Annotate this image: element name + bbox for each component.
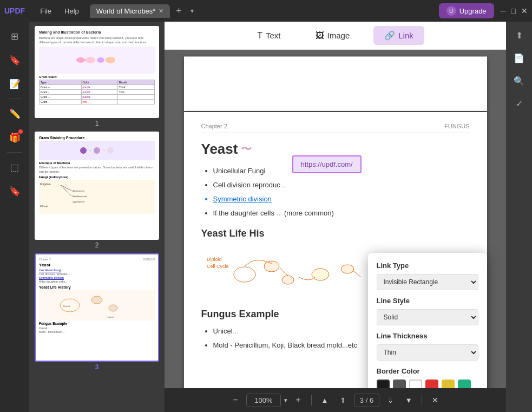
thumbnail-2-num: 2 [95,241,99,249]
color-swatches [377,380,478,388]
sidebar-layers-icon[interactable]: ⬚ [4,157,25,178]
pdf-page-2 [184,57,487,111]
link-type-title: Link Type [377,261,478,270]
text-tool-label: Text [266,31,281,40]
thumbnail-3-num: 3 [95,363,99,371]
menu-help[interactable]: Help [58,5,86,17]
navigate-up-button[interactable]: ▲ [317,393,332,408]
svg-text:Haploid: Haploid [107,316,114,318]
svg-point-13 [91,296,102,304]
navigate-down-button[interactable]: ▼ [401,393,416,408]
svg-point-23 [264,261,279,272]
chapter-header: Chapter 2 FUNGUS [201,123,470,133]
link-tool-icon: 🔗 [384,30,395,41]
menu-file[interactable]: File [34,5,58,17]
svg-point-1 [86,57,95,63]
zoom-dropdown-icon[interactable]: ▾ [284,397,287,404]
svg-text:Basidiomycota: Basidiomycota [73,195,87,198]
svg-point-25 [312,269,329,280]
pdf-scroll-area[interactable]: 2 Chapter 2 FUNGUS Yeast [165,50,506,388]
right-pdf-icon[interactable]: 📄 [510,49,528,67]
page-2-ruler [201,66,470,76]
link-tool-button[interactable]: 🔗 Link [373,26,424,45]
pdf-page-3: Chapter 2 FUNGUS Yeast 〜 https://updf.co… [184,112,487,388]
image-tool-icon: 🖼 [316,31,324,41]
color-swatch-yellow[interactable] [442,380,455,388]
app-logo: UPDF [4,6,25,15]
thumbnail-3[interactable]: Chapter 2FUNGUS Yeast Unicellular Fungi … [34,253,160,371]
zoom-value: 100% [254,396,272,404]
svg-line-6 [61,185,71,191]
minimize-icon[interactable]: ─ [501,6,506,15]
color-swatch-black-selected[interactable] [377,380,390,388]
pdf-toolbar: T Text 🖼 Image 🔗 Link [165,22,506,50]
link-tool-label: Link [398,31,413,40]
line-thickness-select[interactable]: Thin Medium Thick [377,344,478,361]
thumbnail-sidebar: Making and Illustration of Bacteria Bact… [29,22,165,412]
color-swatch-teal[interactable] [458,380,471,388]
link-type-select[interactable]: Invisible Rectangle Visible Rectangle [377,274,478,290]
tab-dropdown-icon[interactable]: ▾ [191,7,194,15]
svg-point-14 [109,305,117,311]
zoom-in-button[interactable]: + [291,393,306,408]
link-overlay-box[interactable]: https://updf.com/ [292,155,362,173]
svg-point-26 [341,265,354,273]
svg-point-3 [106,57,115,63]
color-swatch-white[interactable] [409,380,422,388]
svg-text:D.Fungi: D.Fungi [40,205,48,207]
maximize-icon[interactable]: □ [511,6,516,15]
close-toolbar-button[interactable]: ✕ [428,393,443,408]
svg-text:Zygomycota: Zygomycota [73,200,85,203]
svg-point-22 [234,267,255,282]
yeast-history-title: Yeast Life His [201,228,470,239]
right-upload-icon[interactable]: ⬆ [510,26,528,44]
line-style-title: Line Style [377,297,478,305]
svg-text:Ascomycota: Ascomycota [73,189,85,192]
add-tab-button[interactable]: + [171,3,186,18]
sidebar-pages-icon[interactable]: ⊞ [4,26,25,47]
svg-point-24 [282,276,294,284]
svg-text:Diploid: Diploid [207,257,222,262]
navigate-bottom-button[interactable]: ⇓ [383,393,398,408]
upgrade-button[interactable]: U Upgrade [439,3,494,18]
zoom-display[interactable]: 100% [246,394,281,407]
zoom-out-button[interactable]: − [228,393,243,408]
chapter-label: Chapter 2 [201,123,227,129]
tab-title: World of Microbes* [96,7,156,15]
active-tab[interactable]: World of Microbes* ✕ [90,4,170,18]
upgrade-label: Upgrade [459,7,487,15]
sidebar-bookmark-icon[interactable]: 🔖 [4,50,25,70]
text-tool-button[interactable]: T Text [246,27,291,45]
right-panel: ⬆ 📄 🔍 ✓ [506,22,532,412]
tab-close-icon[interactable]: ✕ [159,8,163,15]
border-color-title: Border Color [377,367,478,375]
line-style-select[interactable]: Solid Dashed [377,309,478,325]
svg-point-2 [97,57,104,63]
image-tool-button[interactable]: 🖼 Image [305,27,361,45]
color-swatch-darkgray[interactable] [393,380,406,388]
sidebar-pen-icon[interactable]: ✏️ [4,103,25,124]
text-tool-icon: T [257,31,262,41]
sidebar-gift-icon[interactable]: 🎁 [4,127,25,148]
image-tool-label: Image [327,31,350,40]
left-sidebar: ⊞ 🔖 📝 ✏️ 🎁 ⬚ 🔖 [0,22,29,412]
close-icon[interactable]: ✕ [521,6,528,15]
svg-text:Diploid: Diploid [63,305,70,308]
sidebar-annotation-icon[interactable]: 📝 [4,74,25,94]
svg-text:Cell Cycle: Cell Cycle [207,264,229,269]
thumbnail-1-num: 1 [95,120,99,127]
right-check-icon[interactable]: ✓ [510,94,528,113]
bottom-bar: − 100% ▾ + ▲ ⇑ 3 / 6 ⇓ ▼ ✕ [165,388,506,412]
line-thickness-title: Line Thickness [377,332,478,340]
thumbnail-1[interactable]: Making and Illustration of Bacteria Bact… [34,26,160,127]
bullet-cell-division: Cell division reproduc... [213,178,470,192]
bullet-symmetric: Symmetric division [213,192,470,206]
navigate-top-button[interactable]: ⇑ [336,393,351,408]
right-search-icon[interactable]: 🔍 [510,71,528,90]
page-display: 3 / 6 [354,394,379,407]
svg-point-0 [76,57,85,63]
svg-line-7 [61,185,71,196]
thumbnail-2[interactable]: Gram Staining Procedure → → Example of B… [34,132,160,249]
color-swatch-red[interactable] [425,380,438,388]
sidebar-save-icon[interactable]: 🔖 [4,181,25,201]
